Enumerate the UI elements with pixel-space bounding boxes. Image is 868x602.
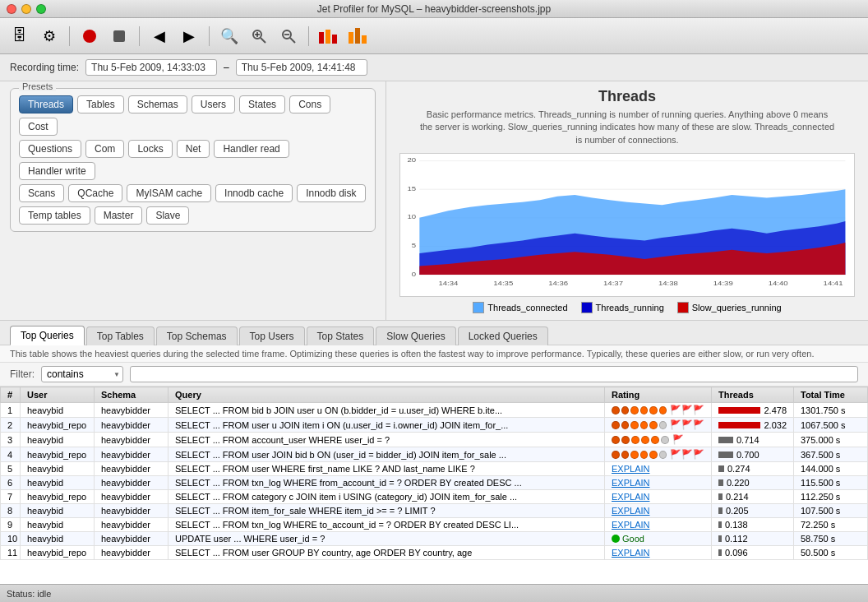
table-row[interactable]: 8heavybidheavybidderSELECT ... FROM item… [1,504,868,518]
preset-tables[interactable]: Tables [77,95,124,113]
legend-connected-label: Threads_connected [487,303,567,313]
table-row[interactable]: 6heavybidheavybidderSELECT ... FROM txn_… [1,476,868,490]
svg-text:14:38: 14:38 [658,280,678,287]
preset-cons[interactable]: Cons [289,95,330,113]
preset-innodb-cache[interactable]: Innodb cache [215,184,293,202]
col-header-totaltime: Total Time [794,387,868,403]
presets-label: Presets [19,81,56,91]
cell-user: heavybid_repo [21,447,95,462]
stop-button[interactable] [106,23,132,49]
preset-handler-write[interactable]: Handler write [19,162,95,180]
cell-rating[interactable]: EXPLAIN [605,476,712,490]
filter-select-wrap[interactable]: contains starts with ends with equals [41,366,123,382]
zoom-select-button[interactable] [246,23,272,49]
table-row[interactable]: 10heavybidheavybidderUPDATE user ... WHE… [1,532,868,546]
preset-locks[interactable]: Locks [128,140,172,158]
col-header-rating: Rating [605,387,712,403]
preset-row-1: Threads Tables Schemas Users States Cons… [19,95,367,136]
cell-total-time: 115.500 s [794,476,868,490]
table-row[interactable]: 4heavybid_repoheavybidderSELECT ... FROM… [1,447,868,462]
cell-rating[interactable]: EXPLAIN [605,518,712,532]
table-row[interactable]: 9heavybidheavybidderSELECT ... FROM txn_… [1,518,868,532]
preset-qcache[interactable]: QCache [68,184,122,202]
cell-total-time: 112.250 s [794,490,868,504]
tab-slow-queries[interactable]: Slow Queries [376,326,455,345]
preset-myisam-cache[interactable]: MyISAM cache [127,184,211,202]
preset-com[interactable]: Com [85,140,124,158]
table-row[interactable]: 7heavybid_repoheavybidderSELECT ... FROM… [1,490,868,504]
preset-cost[interactable]: Cost [19,118,58,136]
preset-net[interactable]: Net [177,140,210,158]
record-button[interactable] [76,23,103,49]
cell-num: 1 [1,403,21,418]
preset-slave[interactable]: Slave [146,206,189,225]
cell-schema: heavybidder [95,518,169,532]
zoom-out-button[interactable] [275,23,302,49]
cell-num: 4 [1,447,21,462]
preset-scans[interactable]: Scans [19,184,64,202]
table-row[interactable]: 2heavybid_repoheavybidderSELECT ... FROM… [1,418,868,433]
table-scroll[interactable]: # User Schema Query Rating Threads Total… [0,387,868,584]
recording-end[interactable]: Thu 5-Feb 2009, 14:41:48 [236,59,367,76]
svg-text:14:40: 14:40 [769,280,788,287]
tab-locked-queries[interactable]: Locked Queries [458,326,548,345]
table-row[interactable]: 3heavybidheavybidderSELECT ... FROM acco… [1,433,868,447]
tab-top-queries[interactable]: Top Queries [10,326,85,345]
close-button[interactable] [7,4,16,14]
explain-link[interactable]: EXPLAIN [612,506,649,516]
maximize-button[interactable] [36,4,46,14]
preset-questions[interactable]: Questions [19,140,81,158]
cell-threads: 2.032 [712,418,794,433]
cell-schema: heavybidder [95,546,169,560]
recording-start[interactable]: Thu 5-Feb 2009, 14:33:03 [85,59,217,76]
tab-top-tables[interactable]: Top Tables [86,326,155,345]
filter-bar: Filter: contains starts with ends with e… [0,363,868,387]
zoom-in-button[interactable]: 🔍 [216,23,242,49]
preset-master[interactable]: Master [95,206,143,225]
cell-rating[interactable]: EXPLAIN [605,462,712,476]
cell-schema: heavybidder [95,433,169,447]
explain-link[interactable]: EXPLAIN [612,492,649,502]
table-row[interactable]: 5heavybidheavybidderSELECT ... FROM user… [1,462,868,476]
preset-states[interactable]: States [239,95,285,113]
cell-rating[interactable]: EXPLAIN [605,504,712,518]
svg-text:14:39: 14:39 [713,280,733,287]
tab-top-users[interactable]: Top Users [239,326,305,345]
toolbar: 🗄 ⚙ ◀ ▶ 🔍 [0,18,868,54]
cell-schema: heavybidder [95,462,169,476]
explain-link[interactable]: EXPLAIN [612,548,649,558]
titlebar: Jet Profiler for MySQL – heavybidder-scr… [0,0,868,18]
explain-link[interactable]: EXPLAIN [612,478,649,488]
col-header-num: # [1,387,21,403]
cell-num: 2 [1,418,21,433]
cell-rating[interactable]: EXPLAIN [605,546,712,560]
preset-schemas[interactable]: Schemas [128,95,187,113]
settings-icon[interactable]: ⚙ [36,23,62,49]
chart2-button[interactable] [345,23,372,49]
preset-temp-tables[interactable]: Temp tables [19,206,90,225]
minimize-button[interactable] [21,4,31,14]
tab-top-schemas[interactable]: Top Schemas [156,326,238,345]
preset-threads[interactable]: Threads [19,95,73,113]
cell-total-time: 58.750 s [794,532,868,546]
explain-link[interactable]: EXPLAIN [612,464,649,474]
database-icon[interactable]: 🗄 [7,23,33,49]
preset-innodb-disk[interactable]: Innodb disk [297,184,365,202]
cell-rating[interactable]: EXPLAIN [605,490,712,504]
table-row[interactable]: 1heavybidheavybidderSELECT ... FROM bid … [1,403,868,418]
svg-text:14:37: 14:37 [603,280,623,287]
chart1-button[interactable] [316,23,342,49]
preset-users[interactable]: Users [192,95,235,113]
explain-link[interactable]: EXPLAIN [612,520,649,530]
filter-input[interactable] [130,366,858,382]
tab-top-states[interactable]: Top States [307,326,375,345]
cell-query: SELECT ... FROM account_user WHERE user_… [169,433,605,447]
forward-button[interactable]: ▶ [176,23,202,49]
back-button[interactable]: ◀ [146,23,173,49]
cell-rating[interactable]: Good [605,532,712,546]
table-row[interactable]: 11heavybid_repoheavybidderSELECT ... FRO… [1,546,868,560]
preset-handler-read[interactable]: Handler read [214,140,289,158]
cell-query: SELECT ... FROM user WHERE first_name LI… [169,462,605,476]
cell-schema: heavybidder [95,490,169,504]
filter-select[interactable]: contains starts with ends with equals [41,366,123,382]
